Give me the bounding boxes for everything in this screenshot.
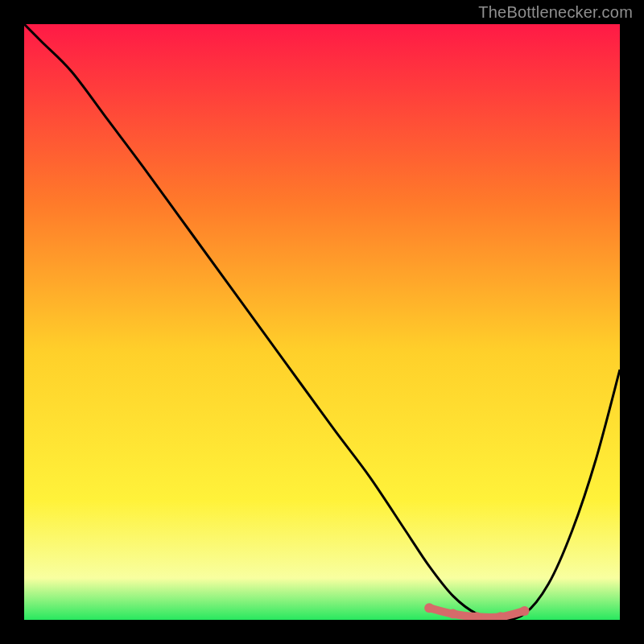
optimal-zone-dot: [448, 609, 458, 619]
optimal-zone-dot: [424, 603, 434, 613]
plot-area: [24, 24, 620, 620]
optimal-zone-dot: [520, 606, 530, 616]
chart-container: TheBottlenecker.com: [0, 0, 644, 644]
attribution-label: TheBottlenecker.com: [478, 3, 633, 22]
gradient-background: [24, 24, 620, 620]
chart-svg: [24, 24, 620, 620]
